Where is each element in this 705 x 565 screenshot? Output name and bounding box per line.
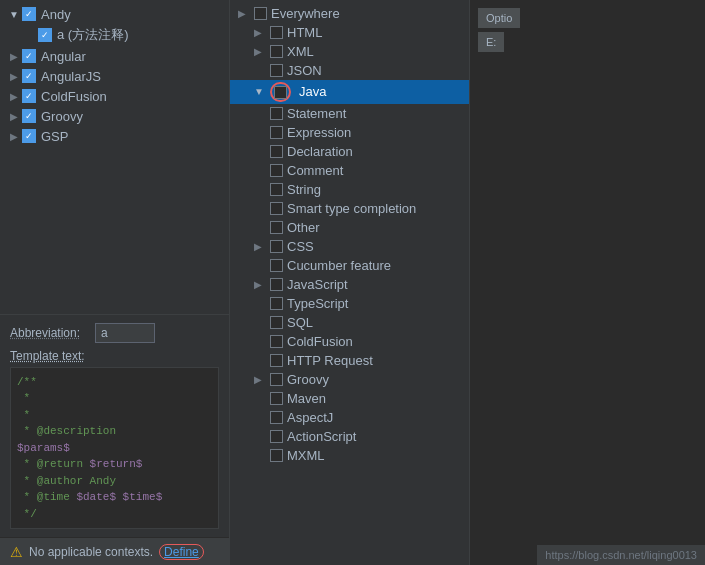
ctx-everywhere[interactable]: ▶ Everywhere [230, 4, 469, 23]
tree-item-angularjs[interactable]: ▶ AngularJS [0, 66, 229, 86]
ctx-html[interactable]: ▶ HTML [230, 23, 469, 42]
toggle-gsp[interactable]: ▶ [6, 128, 22, 144]
ctx-string[interactable]: String [230, 180, 469, 199]
checkbox-smart-type[interactable] [270, 202, 283, 215]
checkbox-actionscript[interactable] [270, 430, 283, 443]
checkbox-cucumber[interactable] [270, 259, 283, 272]
toggle-javascript[interactable]: ▶ [254, 279, 266, 290]
ctx-smart-type[interactable]: Smart type completion [230, 199, 469, 218]
checkbox-statement[interactable] [270, 107, 283, 120]
ctx-actionscript[interactable]: ActionScript [230, 427, 469, 446]
ctx-java[interactable]: ▼ Java [230, 80, 469, 104]
checkbox-aspectj[interactable] [270, 411, 283, 424]
checkbox-groovy[interactable] [22, 109, 36, 123]
url-bar: https://blog.csdn.net/liqing0013 [537, 545, 705, 565]
edit-button[interactable]: E: [478, 32, 504, 52]
left-panel: ▼ Andy a (方法注释) ▶ Angular ▶ AngularJS [0, 0, 230, 565]
tree-item-angular[interactable]: ▶ Angular [0, 46, 229, 66]
label-json: JSON [287, 63, 322, 78]
label-css: CSS [287, 239, 314, 254]
checkbox-everywhere[interactable] [254, 7, 267, 20]
checkbox-javascript[interactable] [270, 278, 283, 291]
checkbox-html[interactable] [270, 26, 283, 39]
checkbox-http[interactable] [270, 354, 283, 367]
checkbox-expression[interactable] [270, 126, 283, 139]
tree-item-gsp[interactable]: ▶ GSP [0, 126, 229, 146]
checkbox-a[interactable] [38, 28, 52, 42]
toggle-angular[interactable]: ▶ [6, 48, 22, 64]
checkbox-angular[interactable] [22, 49, 36, 63]
checkbox-json[interactable] [270, 64, 283, 77]
ctx-aspectj[interactable]: AspectJ [230, 408, 469, 427]
checkbox-xml[interactable] [270, 45, 283, 58]
ctx-mxml[interactable]: MXML [230, 446, 469, 465]
tree-item-a-method[interactable]: a (方法注释) [0, 24, 229, 46]
checkbox-mxml[interactable] [270, 449, 283, 462]
ctx-sql[interactable]: SQL [230, 313, 469, 332]
right-panel: Optio E: [470, 0, 705, 565]
toggle-everywhere[interactable]: ▶ [238, 8, 250, 19]
toggle-css[interactable]: ▶ [254, 241, 266, 252]
checkbox-andy[interactable] [22, 7, 36, 21]
toggle-coldfusion[interactable]: ▶ [6, 88, 22, 104]
toggle-spacer [22, 27, 38, 43]
checkbox-maven[interactable] [270, 392, 283, 405]
context-list[interactable]: ▶ Everywhere ▶ HTML ▶ XML JSON [230, 0, 469, 565]
toggle-groovy-ctx[interactable]: ▶ [254, 374, 266, 385]
warning-icon: ⚠ [10, 544, 23, 560]
checkbox-groovy-ctx[interactable] [270, 373, 283, 386]
toggle-xml[interactable]: ▶ [254, 46, 266, 57]
label-cucumber: Cucumber feature [287, 258, 391, 273]
ctx-maven[interactable]: Maven [230, 389, 469, 408]
status-bar: ⚠ No applicable contexts. Define [0, 537, 229, 565]
ctx-css[interactable]: ▶ CSS [230, 237, 469, 256]
toggle-angularjs[interactable]: ▶ [6, 68, 22, 84]
java-oval-highlight [270, 82, 291, 102]
label-actionscript: ActionScript [287, 429, 356, 444]
abbreviation-input[interactable] [95, 323, 155, 343]
template-tree[interactable]: ▼ Andy a (方法注释) ▶ Angular ▶ AngularJS [0, 0, 229, 314]
label-everywhere: Everywhere [271, 6, 340, 21]
tree-item-andy[interactable]: ▼ Andy [0, 4, 229, 24]
tree-item-groovy[interactable]: ▶ Groovy [0, 106, 229, 126]
ctx-declaration[interactable]: Declaration [230, 142, 469, 161]
options-button[interactable]: Optio [478, 8, 520, 28]
toggle-html[interactable]: ▶ [254, 27, 266, 38]
ctx-other[interactable]: Other [230, 218, 469, 237]
ctx-expression[interactable]: Expression [230, 123, 469, 142]
toggle-groovy[interactable]: ▶ [6, 108, 22, 124]
checkbox-other[interactable] [270, 221, 283, 234]
label-smart-type: Smart type completion [287, 201, 416, 216]
toggle-andy[interactable]: ▼ [6, 6, 22, 22]
template-text-area[interactable]: /** * * * @description $params$ * @retur… [10, 367, 219, 530]
ctx-json[interactable]: JSON [230, 61, 469, 80]
ctx-coldfusion[interactable]: ColdFusion [230, 332, 469, 351]
checkbox-sql[interactable] [270, 316, 283, 329]
define-link[interactable]: Define [159, 544, 204, 560]
abbreviation-label: Abbreviation: [10, 326, 95, 340]
checkbox-angularjs[interactable] [22, 69, 36, 83]
label-statement: Statement [287, 106, 346, 121]
ctx-comment[interactable]: Comment [230, 161, 469, 180]
checkbox-typescript[interactable] [270, 297, 283, 310]
checkbox-java[interactable] [274, 86, 287, 99]
ctx-groovy[interactable]: ▶ Groovy [230, 370, 469, 389]
checkbox-coldfusion[interactable] [22, 89, 36, 103]
ctx-cucumber[interactable]: Cucumber feature [230, 256, 469, 275]
label-http: HTTP Request [287, 353, 373, 368]
label-angular: Angular [41, 49, 86, 64]
checkbox-coldfusion-ctx[interactable] [270, 335, 283, 348]
checkbox-comment[interactable] [270, 164, 283, 177]
tree-item-coldfusion[interactable]: ▶ ColdFusion [0, 86, 229, 106]
checkbox-string[interactable] [270, 183, 283, 196]
toggle-java[interactable]: ▼ [254, 86, 266, 97]
checkbox-css[interactable] [270, 240, 283, 253]
checkbox-declaration[interactable] [270, 145, 283, 158]
ctx-xml[interactable]: ▶ XML [230, 42, 469, 61]
label-declaration: Declaration [287, 144, 353, 159]
ctx-http[interactable]: HTTP Request [230, 351, 469, 370]
ctx-typescript[interactable]: TypeScript [230, 294, 469, 313]
ctx-javascript[interactable]: ▶ JavaScript [230, 275, 469, 294]
checkbox-gsp[interactable] [22, 129, 36, 143]
ctx-statement[interactable]: Statement [230, 104, 469, 123]
